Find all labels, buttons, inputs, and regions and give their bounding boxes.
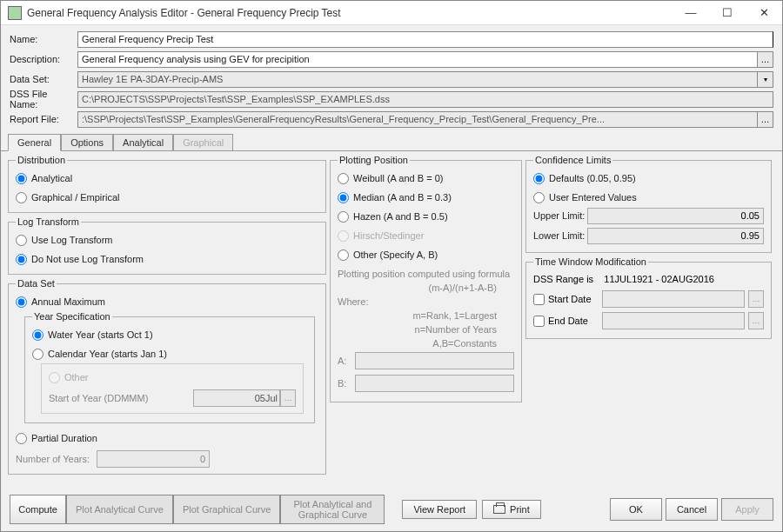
radio-graphical-empirical[interactable]: Graphical / Empirical: [16, 188, 318, 207]
window-title: General Frequency Analysis Editor - Gene…: [27, 7, 673, 19]
dataset-label: Data Set:: [10, 74, 77, 84]
b-input: [355, 375, 514, 392]
time-window-legend: Time Window Modification: [533, 256, 648, 267]
data-set-group: Data Set Annual Maximum Year Specificati…: [8, 278, 326, 475]
lower-limit-label: Lower Limit:: [533, 230, 587, 241]
dataset-dropdown-icon[interactable]: ▾: [758, 71, 773, 88]
radio-water-year[interactable]: Water Year (starts Oct 1): [32, 325, 307, 344]
radio-hirsch: Hirsch/Stedinger: [338, 226, 514, 245]
plot-graphical-curve-button[interactable]: Plot Graphical Curve: [173, 495, 281, 524]
a-input: [355, 352, 514, 369]
plotting-position-legend: Plotting Position: [338, 155, 410, 165]
tab-content-general: Distribution Analytical Graphical / Empi…: [1, 151, 782, 491]
description-ellipsis-button[interactable]: …: [758, 51, 773, 68]
name-input[interactable]: [77, 31, 773, 48]
apply-button: Apply: [721, 498, 773, 521]
editor-window: General Frequency Analysis Editor - Gene…: [0, 0, 783, 532]
number-of-years-input: [97, 450, 210, 468]
start-of-year-label: Start of Year (DDMMM): [49, 393, 193, 403]
radio-hazen[interactable]: Hazen (A and B = 0.5): [338, 207, 514, 226]
radio-calendar-year[interactable]: Calendar Year (starts Jan 1): [32, 344, 307, 363]
radio-partial-duration[interactable]: Partial Duration: [16, 429, 318, 448]
data-set-legend: Data Set: [16, 278, 57, 289]
report-file-label: Report File:: [10, 114, 77, 124]
radio-annual-maximum[interactable]: Annual Maximum: [16, 292, 318, 311]
log-transform-group: Log Transform Use Log Transform Do Not u…: [8, 216, 326, 275]
close-button[interactable]: ✕: [746, 1, 782, 24]
cancel-button[interactable]: Cancel: [666, 498, 718, 521]
upper-limit-input: [587, 208, 764, 224]
distribution-legend: Distribution: [16, 155, 67, 165]
start-date-input: [602, 290, 745, 308]
radio-other-year[interactable]: Other: [49, 368, 296, 387]
view-report-button[interactable]: View Report: [402, 500, 477, 519]
tab-analytical[interactable]: Analytical: [113, 134, 173, 150]
start-date-checkbox[interactable]: [533, 294, 545, 305]
maximize-button[interactable]: ☐: [709, 1, 746, 24]
dataset-select[interactable]: [77, 71, 758, 88]
radio-median[interactable]: Median (A and B = 0.3): [338, 188, 514, 207]
log-transform-legend: Log Transform: [16, 216, 81, 227]
start-of-year-picker-icon: …: [280, 389, 296, 407]
year-specification-group: Year Specification Water Year (starts Oc…: [24, 311, 315, 423]
titlebar: General Frequency Analysis Editor - Gene…: [1, 1, 782, 25]
end-date-label: End Date: [548, 316, 599, 326]
dss-file-input[interactable]: [77, 91, 773, 108]
radio-use-log[interactable]: Use Log Transform: [16, 230, 318, 249]
lower-limit-input: [587, 228, 764, 244]
dss-range-label: DSS Range is: [533, 274, 593, 284]
upper-limit-label: Upper Limit:: [533, 210, 587, 221]
end-date-input: [602, 312, 745, 329]
plot-analytical-graphical-button[interactable]: Plot Analytical and Graphical Curve: [280, 495, 385, 524]
description-input[interactable]: [77, 51, 758, 68]
tab-general[interactable]: General: [8, 134, 61, 151]
other-year-group: Other Start of Year (DDMMM) …: [41, 363, 304, 414]
confidence-limits-legend: Confidence Limits: [533, 155, 612, 165]
printer-icon: [493, 505, 505, 514]
start-of-year-input: [193, 389, 280, 407]
dss-range-value: 11JUL1921 - 02AUG2016: [604, 274, 714, 284]
radio-defaults[interactable]: Defaults (0.05, 0.95): [533, 169, 764, 188]
a-label: A:: [338, 356, 355, 366]
name-label: Name:: [10, 34, 77, 44]
radio-user-values[interactable]: User Entered Values: [533, 188, 764, 207]
radio-weibull[interactable]: Weibull (A and B = 0): [338, 169, 514, 188]
time-window-group: Time Window Modification DSS Range is 11…: [525, 256, 772, 339]
print-button[interactable]: Print: [482, 500, 541, 519]
confidence-limits-group: Confidence Limits Defaults (0.05, 0.95) …: [525, 155, 772, 253]
report-ellipsis-button[interactable]: …: [758, 111, 773, 128]
compute-button[interactable]: Compute: [10, 495, 66, 524]
year-spec-legend: Year Specification: [32, 311, 112, 322]
radio-no-log[interactable]: Do Not use Log Transform: [16, 249, 318, 269]
tab-options[interactable]: Options: [61, 134, 113, 150]
b-label: B:: [338, 378, 355, 389]
bottom-toolbar: Compute Plot Analytical Curve Plot Graph…: [1, 491, 782, 531]
plot-analytical-curve-button[interactable]: Plot Analytical Curve: [66, 495, 173, 524]
tab-graphical: Graphical: [173, 134, 233, 150]
radio-analytical[interactable]: Analytical: [16, 169, 318, 188]
plotting-position-group: Plotting Position Weibull (A and B = 0) …: [330, 155, 522, 402]
end-date-checkbox[interactable]: [533, 316, 545, 327]
number-of-years-label: Number of Years:: [16, 454, 90, 464]
end-date-picker-icon: …: [748, 312, 764, 329]
description-label: Description:: [10, 54, 77, 64]
dss-file-label: DSS File Name:: [10, 89, 77, 110]
minimize-button[interactable]: —: [673, 1, 709, 24]
report-file-input[interactable]: [77, 111, 758, 128]
app-icon: [8, 6, 22, 20]
start-date-label: Start Date: [548, 294, 599, 304]
radio-other-ab[interactable]: Other (Specify A, B): [338, 245, 514, 264]
ok-button[interactable]: OK: [610, 498, 662, 521]
tab-bar: General Options Analytical Graphical: [1, 132, 782, 151]
start-date-picker-icon: …: [748, 290, 764, 308]
plotting-formula-text: Plotting position computed using formula…: [338, 268, 514, 351]
header-form: Name: Description: … Data Set: ▾ DSS Fil…: [1, 25, 782, 132]
distribution-group: Distribution Analytical Graphical / Empi…: [8, 155, 326, 213]
